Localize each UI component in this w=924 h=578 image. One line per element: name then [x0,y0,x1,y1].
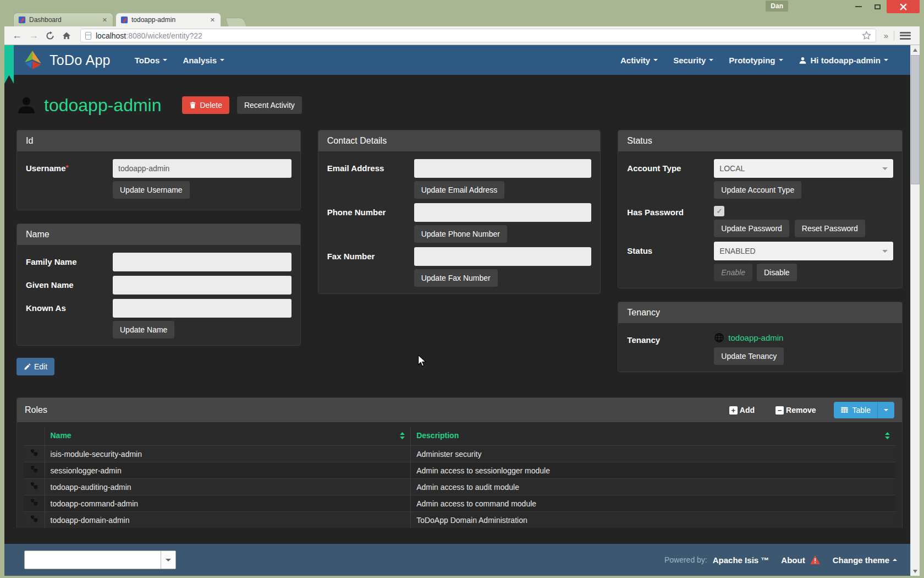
chevron-down-icon [882,167,888,170]
update-name-button[interactable]: Update Name [113,321,174,339]
footer-select[interactable] [24,550,176,569]
edit-button[interactable]: Edit [16,358,54,375]
tenancy-link[interactable]: todoapp-admin [728,333,783,342]
status-select[interactable]: ENABLED [714,242,893,260]
menu-security[interactable]: Security [673,56,713,65]
panel-id-header: Id [17,130,300,151]
update-password-button[interactable]: Update Password [714,220,789,237]
roles-description-column-header[interactable]: Description [411,427,895,446]
roles-name-column-header[interactable]: Name [45,427,411,446]
maximize-icon [875,4,881,9]
username-label: Username* [26,159,113,199]
toolbar-separator [894,31,894,41]
change-theme-link[interactable]: Change theme [833,555,897,565]
table-row[interactable]: sessionlogger-admin Admin access to sess… [24,462,895,479]
update-account-type-button[interactable]: Update Account Type [714,181,801,199]
panel-name: Name Family Name Given Name [16,223,301,346]
family-name-input[interactable] [113,253,292,271]
update-fax-button[interactable]: Update Fax Number [414,269,498,287]
table-row[interactable]: todoapp-auditing-admin Admin access to a… [24,479,895,495]
chevron-down-icon [709,59,713,61]
update-email-button[interactable]: Update Email Address [414,181,505,199]
new-tab-button[interactable] [225,18,246,26]
known-as-input[interactable] [113,299,292,318]
close-icon [900,3,907,10]
menu-prototyping[interactable]: Prototyping [729,56,783,65]
scrollbar[interactable] [910,45,920,576]
role-name-cell[interactable]: sessionlogger-admin [45,462,411,479]
home-icon[interactable] [59,29,74,43]
enable-button[interactable]: Enable [714,264,752,281]
table-row[interactable]: isis-module-security-admin Administer se… [24,446,895,462]
menu-todos[interactable]: ToDos [135,56,168,65]
window-close-button[interactable] [887,0,920,13]
window-maximize-button[interactable] [868,0,887,13]
role-name-cell[interactable]: isis-module-security-admin [45,446,411,462]
role-description-cell: ToDoApp Domain Administration [411,512,895,528]
footer-select-dropdown[interactable] [161,551,175,569]
update-phone-button[interactable]: Update Phone Number [414,225,507,243]
sort-icon[interactable] [885,432,890,441]
delete-button[interactable]: Delete [182,96,229,114]
account-type-select[interactable]: LOCAL [714,159,893,178]
scrollbar-thumb[interactable] [911,55,920,184]
forward-icon[interactable]: → [26,29,41,43]
tab-close-icon[interactable]: ✕ [101,17,108,24]
chevron-down-icon [884,59,888,61]
app-footer: Powered by: Apache Isis ™ About Change t… [4,544,910,576]
phone-input[interactable] [414,203,592,222]
window-minimize-button[interactable] [849,0,868,13]
menu-user[interactable]: Hi todoapp-admin [799,56,889,65]
tab-dashboard[interactable]: Dashboard ✕ [13,13,113,26]
menu-activity[interactable]: Activity [620,56,658,65]
panel-status: Status Account Type LOCAL Update Account… [618,130,903,288]
sort-icon[interactable] [400,432,405,441]
scrollbar-up-icon[interactable] [911,45,920,54]
apache-isis-link[interactable]: Apache Isis ™ [713,555,769,565]
tab-close-icon[interactable]: ✕ [209,17,216,24]
menu-analysis[interactable]: Analysis [183,56,224,65]
browser-menu-icon[interactable] [900,32,911,40]
tab-todoapp-admin[interactable]: todoapp-admin ✕ [116,13,221,26]
email-label: Email Address [327,159,414,199]
role-name-cell[interactable]: todoapp-domain-admin [45,512,411,528]
role-icon-cell [24,512,45,528]
brand[interactable]: ToDo App [23,50,111,70]
panel-contact-header: Contact Details [318,130,601,151]
reset-password-button[interactable]: Reset Password [795,220,865,237]
recent-activity-button[interactable]: Recent Activity [237,96,302,114]
email-input[interactable] [414,159,592,178]
about-link[interactable]: About [781,555,820,565]
panel-tenancy: Tenancy Tenancy t [618,302,903,372]
role-name-cell[interactable]: todoapp-command-admin [45,495,411,512]
back-icon[interactable]: ← [10,29,24,43]
roles-remove-button[interactable]: −Remove [776,406,816,415]
footer-right: Powered by: Apache Isis ™ About Change t… [664,555,897,565]
address-bar[interactable]: localhost :8080/wicket/entity?22 [80,29,876,42]
user-entity-icon [16,95,36,116]
browser-profile-badge[interactable]: Dan [766,1,788,12]
status-label: Status [627,242,714,281]
update-username-button[interactable]: Update Username [113,181,190,199]
roles-view-dropdown[interactable] [877,402,894,418]
update-tenancy-button[interactable]: Update Tenancy [714,347,784,365]
table-row[interactable]: todoapp-command-admin Admin access to co… [24,495,895,512]
url-path: :8080/wicket/entity?22 [126,31,202,40]
given-name-input[interactable] [113,276,292,295]
theater-masks-icon [30,482,38,490]
reload-icon[interactable] [43,29,57,43]
fax-input[interactable] [414,247,592,266]
username-input[interactable] [113,159,292,178]
scrollbar-down-icon[interactable] [911,566,920,576]
table-row[interactable]: todoapp-domain-admin ToDoApp Domain Admi… [24,512,895,528]
has-password-checkbox[interactable]: ✓ [714,206,724,216]
roles-header: Roles +Add −Remove Tabl [17,398,902,422]
overflow-extensions-icon[interactable]: » [884,31,888,40]
bookmark-star-icon[interactable] [862,31,871,40]
role-name-cell[interactable]: todoapp-auditing-admin [45,479,411,495]
roles-table: Name Description [24,427,895,528]
roles-add-button[interactable]: +Add [729,406,755,415]
tab-title: Dashboard [29,16,101,24]
roles-table-view-button[interactable]: Table [834,402,877,418]
disable-button[interactable]: Disable [757,264,797,281]
